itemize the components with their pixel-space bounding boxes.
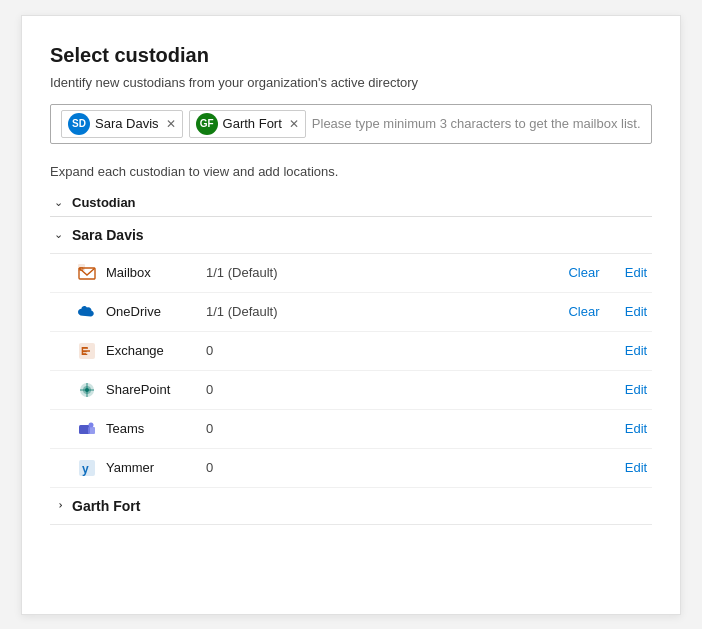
- tag-name-sara-davis: Sara Davis: [95, 116, 159, 131]
- tag-remove-sara-davis[interactable]: ✕: [166, 118, 176, 130]
- onedrive-count: 1/1 (Default): [206, 304, 548, 319]
- mailbox-icon: O: [78, 264, 96, 282]
- custodian-row-sara-davis: ⌄ Sara Davis: [50, 217, 652, 254]
- page-subtitle: Identify new custodians from your organi…: [50, 75, 652, 90]
- sara-davis-name: Sara Davis: [72, 227, 144, 243]
- garth-fort-chevron[interactable]: ⌄: [52, 498, 65, 514]
- exchange-label: Exchange: [106, 343, 206, 358]
- expand-hint-text: Expand each custodian to view and add lo…: [50, 164, 652, 179]
- search-placeholder-text: Please type minimum 3 characters to get …: [312, 116, 641, 131]
- mailbox-edit-button[interactable]: Edit: [620, 265, 652, 280]
- teams-label: Teams: [106, 421, 206, 436]
- sara-davis-chevron[interactable]: ⌄: [50, 228, 66, 241]
- onedrive-clear-button[interactable]: Clear: [568, 304, 600, 319]
- exchange-count: 0: [206, 343, 548, 358]
- service-row-sharepoint: SharePoint 0 Clear Edit: [50, 371, 652, 410]
- garth-fort-name: Garth Fort: [72, 498, 140, 514]
- sharepoint-label: SharePoint: [106, 382, 206, 397]
- yammer-edit-button[interactable]: Edit: [620, 460, 652, 475]
- custodian-table-header: ⌄ Custodian: [50, 189, 652, 217]
- svg-text:y: y: [82, 462, 89, 476]
- mailbox-clear-button[interactable]: Clear: [568, 265, 600, 280]
- sharepoint-edit-button[interactable]: Edit: [620, 382, 652, 397]
- onedrive-icon: [78, 303, 96, 321]
- service-row-onedrive: OneDrive 1/1 (Default) Clear Edit: [50, 293, 652, 332]
- tag-avatar-sara-davis: SD: [68, 113, 90, 135]
- page-title: Select custodian: [50, 44, 652, 67]
- service-row-yammer: y Yammer 0 Clear Edit: [50, 449, 652, 488]
- select-custodian-panel: Select custodian Identify new custodians…: [21, 15, 681, 615]
- exchange-edit-button[interactable]: Edit: [620, 343, 652, 358]
- teams-edit-button[interactable]: Edit: [620, 421, 652, 436]
- svg-rect-10: [88, 427, 95, 434]
- svg-text:O: O: [79, 266, 84, 272]
- svg-point-9: [89, 422, 94, 427]
- service-row-exchange: E Exchange 0 Clear Edit: [50, 332, 652, 371]
- header-chevron[interactable]: ⌄: [50, 196, 66, 209]
- teams-count: 0: [206, 421, 548, 436]
- custodian-row-garth-fort: ⌄ Garth Fort: [50, 488, 652, 525]
- mailbox-label: Mailbox: [106, 265, 206, 280]
- onedrive-edit-button[interactable]: Edit: [620, 304, 652, 319]
- tag-sara-davis: SD Sara Davis ✕: [61, 110, 183, 138]
- custodian-search-box[interactable]: SD Sara Davis ✕ GF Garth Fort ✕ Please t…: [50, 104, 652, 144]
- yammer-icon: y: [78, 459, 96, 477]
- sharepoint-icon: [78, 381, 96, 399]
- tag-remove-garth-fort[interactable]: ✕: [289, 118, 299, 130]
- tag-avatar-garth-fort: GF: [196, 113, 218, 135]
- sharepoint-count: 0: [206, 382, 548, 397]
- service-row-mailbox: O Mailbox 1/1 (Default) Clear Edit: [50, 254, 652, 293]
- tag-garth-fort: GF Garth Fort ✕: [189, 110, 306, 138]
- yammer-count: 0: [206, 460, 548, 475]
- exchange-icon: E: [78, 342, 96, 360]
- onedrive-label: OneDrive: [106, 304, 206, 319]
- teams-icon: [78, 420, 96, 438]
- custodian-column-header: Custodian: [72, 195, 136, 210]
- service-row-teams: Teams 0 Clear Edit: [50, 410, 652, 449]
- tag-name-garth-fort: Garth Fort: [223, 116, 282, 131]
- mailbox-count: 1/1 (Default): [206, 265, 548, 280]
- yammer-label: Yammer: [106, 460, 206, 475]
